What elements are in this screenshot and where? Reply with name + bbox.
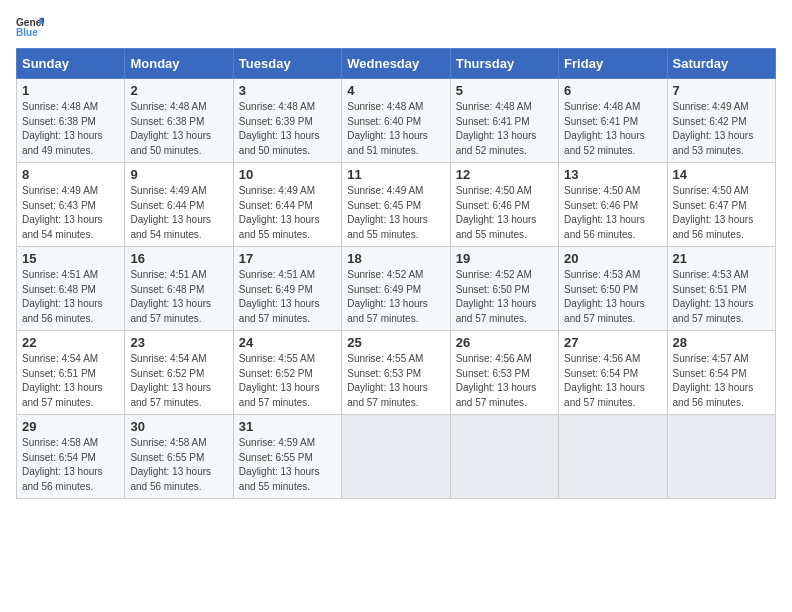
day-info: Sunrise: 4:51 AM Sunset: 6:48 PM Dayligh… [130, 268, 227, 326]
calendar-cell: 6Sunrise: 4:48 AM Sunset: 6:41 PM Daylig… [559, 79, 667, 163]
calendar-cell: 25Sunrise: 4:55 AM Sunset: 6:53 PM Dayli… [342, 331, 450, 415]
day-info: Sunrise: 4:52 AM Sunset: 6:49 PM Dayligh… [347, 268, 444, 326]
page-header: General Blue [16, 16, 776, 38]
day-info: Sunrise: 4:49 AM Sunset: 6:44 PM Dayligh… [130, 184, 227, 242]
day-number: 27 [564, 335, 661, 350]
day-number: 13 [564, 167, 661, 182]
day-number: 9 [130, 167, 227, 182]
day-number: 25 [347, 335, 444, 350]
day-number: 7 [673, 83, 770, 98]
day-info: Sunrise: 4:48 AM Sunset: 6:38 PM Dayligh… [22, 100, 119, 158]
day-info: Sunrise: 4:56 AM Sunset: 6:53 PM Dayligh… [456, 352, 553, 410]
day-info: Sunrise: 4:54 AM Sunset: 6:52 PM Dayligh… [130, 352, 227, 410]
calendar-cell: 13Sunrise: 4:50 AM Sunset: 6:46 PM Dayli… [559, 163, 667, 247]
calendar-cell: 26Sunrise: 4:56 AM Sunset: 6:53 PM Dayli… [450, 331, 558, 415]
day-number: 20 [564, 251, 661, 266]
day-number: 12 [456, 167, 553, 182]
calendar-cell: 21Sunrise: 4:53 AM Sunset: 6:51 PM Dayli… [667, 247, 775, 331]
col-header-thursday: Thursday [450, 49, 558, 79]
calendar-cell [559, 415, 667, 499]
day-info: Sunrise: 4:48 AM Sunset: 6:41 PM Dayligh… [564, 100, 661, 158]
logo-icon: General Blue [16, 16, 44, 38]
day-info: Sunrise: 4:48 AM Sunset: 6:40 PM Dayligh… [347, 100, 444, 158]
day-info: Sunrise: 4:48 AM Sunset: 6:41 PM Dayligh… [456, 100, 553, 158]
day-number: 22 [22, 335, 119, 350]
calendar-cell [342, 415, 450, 499]
day-number: 29 [22, 419, 119, 434]
calendar-cell: 23Sunrise: 4:54 AM Sunset: 6:52 PM Dayli… [125, 331, 233, 415]
day-number: 5 [456, 83, 553, 98]
calendar-cell: 17Sunrise: 4:51 AM Sunset: 6:49 PM Dayli… [233, 247, 341, 331]
calendar-cell: 20Sunrise: 4:53 AM Sunset: 6:50 PM Dayli… [559, 247, 667, 331]
calendar-cell: 9Sunrise: 4:49 AM Sunset: 6:44 PM Daylig… [125, 163, 233, 247]
calendar-cell: 8Sunrise: 4:49 AM Sunset: 6:43 PM Daylig… [17, 163, 125, 247]
day-info: Sunrise: 4:50 AM Sunset: 6:46 PM Dayligh… [564, 184, 661, 242]
day-number: 28 [673, 335, 770, 350]
day-info: Sunrise: 4:57 AM Sunset: 6:54 PM Dayligh… [673, 352, 770, 410]
calendar-cell: 29Sunrise: 4:58 AM Sunset: 6:54 PM Dayli… [17, 415, 125, 499]
day-number: 18 [347, 251, 444, 266]
day-number: 14 [673, 167, 770, 182]
day-number: 10 [239, 167, 336, 182]
calendar-cell: 14Sunrise: 4:50 AM Sunset: 6:47 PM Dayli… [667, 163, 775, 247]
col-header-tuesday: Tuesday [233, 49, 341, 79]
day-info: Sunrise: 4:49 AM Sunset: 6:42 PM Dayligh… [673, 100, 770, 158]
day-number: 6 [564, 83, 661, 98]
day-number: 16 [130, 251, 227, 266]
day-info: Sunrise: 4:48 AM Sunset: 6:38 PM Dayligh… [130, 100, 227, 158]
col-header-wednesday: Wednesday [342, 49, 450, 79]
week-row-5: 29Sunrise: 4:58 AM Sunset: 6:54 PM Dayli… [17, 415, 776, 499]
calendar-table: SundayMondayTuesdayWednesdayThursdayFrid… [16, 48, 776, 499]
day-info: Sunrise: 4:55 AM Sunset: 6:52 PM Dayligh… [239, 352, 336, 410]
calendar-cell: 1Sunrise: 4:48 AM Sunset: 6:38 PM Daylig… [17, 79, 125, 163]
day-number: 23 [130, 335, 227, 350]
week-row-1: 1Sunrise: 4:48 AM Sunset: 6:38 PM Daylig… [17, 79, 776, 163]
day-number: 1 [22, 83, 119, 98]
day-info: Sunrise: 4:50 AM Sunset: 6:46 PM Dayligh… [456, 184, 553, 242]
calendar-cell [450, 415, 558, 499]
day-info: Sunrise: 4:54 AM Sunset: 6:51 PM Dayligh… [22, 352, 119, 410]
day-info: Sunrise: 4:49 AM Sunset: 6:43 PM Dayligh… [22, 184, 119, 242]
calendar-cell: 31Sunrise: 4:59 AM Sunset: 6:55 PM Dayli… [233, 415, 341, 499]
day-info: Sunrise: 4:53 AM Sunset: 6:50 PM Dayligh… [564, 268, 661, 326]
day-info: Sunrise: 4:51 AM Sunset: 6:48 PM Dayligh… [22, 268, 119, 326]
day-info: Sunrise: 4:56 AM Sunset: 6:54 PM Dayligh… [564, 352, 661, 410]
calendar-cell: 3Sunrise: 4:48 AM Sunset: 6:39 PM Daylig… [233, 79, 341, 163]
day-info: Sunrise: 4:48 AM Sunset: 6:39 PM Dayligh… [239, 100, 336, 158]
day-info: Sunrise: 4:50 AM Sunset: 6:47 PM Dayligh… [673, 184, 770, 242]
col-header-friday: Friday [559, 49, 667, 79]
col-header-monday: Monday [125, 49, 233, 79]
calendar-cell: 18Sunrise: 4:52 AM Sunset: 6:49 PM Dayli… [342, 247, 450, 331]
day-info: Sunrise: 4:49 AM Sunset: 6:44 PM Dayligh… [239, 184, 336, 242]
calendar-cell: 27Sunrise: 4:56 AM Sunset: 6:54 PM Dayli… [559, 331, 667, 415]
day-number: 11 [347, 167, 444, 182]
day-number: 26 [456, 335, 553, 350]
calendar-cell: 16Sunrise: 4:51 AM Sunset: 6:48 PM Dayli… [125, 247, 233, 331]
calendar-cell: 15Sunrise: 4:51 AM Sunset: 6:48 PM Dayli… [17, 247, 125, 331]
calendar-cell: 30Sunrise: 4:58 AM Sunset: 6:55 PM Dayli… [125, 415, 233, 499]
day-number: 3 [239, 83, 336, 98]
calendar-cell: 12Sunrise: 4:50 AM Sunset: 6:46 PM Dayli… [450, 163, 558, 247]
day-number: 30 [130, 419, 227, 434]
day-number: 19 [456, 251, 553, 266]
calendar-cell: 24Sunrise: 4:55 AM Sunset: 6:52 PM Dayli… [233, 331, 341, 415]
calendar-cell: 4Sunrise: 4:48 AM Sunset: 6:40 PM Daylig… [342, 79, 450, 163]
day-number: 17 [239, 251, 336, 266]
calendar-cell: 10Sunrise: 4:49 AM Sunset: 6:44 PM Dayli… [233, 163, 341, 247]
col-header-saturday: Saturday [667, 49, 775, 79]
header-row: SundayMondayTuesdayWednesdayThursdayFrid… [17, 49, 776, 79]
day-info: Sunrise: 4:55 AM Sunset: 6:53 PM Dayligh… [347, 352, 444, 410]
calendar-cell: 2Sunrise: 4:48 AM Sunset: 6:38 PM Daylig… [125, 79, 233, 163]
week-row-2: 8Sunrise: 4:49 AM Sunset: 6:43 PM Daylig… [17, 163, 776, 247]
calendar-body: 1Sunrise: 4:48 AM Sunset: 6:38 PM Daylig… [17, 79, 776, 499]
calendar-cell: 5Sunrise: 4:48 AM Sunset: 6:41 PM Daylig… [450, 79, 558, 163]
day-info: Sunrise: 4:59 AM Sunset: 6:55 PM Dayligh… [239, 436, 336, 494]
day-number: 15 [22, 251, 119, 266]
day-info: Sunrise: 4:58 AM Sunset: 6:55 PM Dayligh… [130, 436, 227, 494]
calendar-cell: 19Sunrise: 4:52 AM Sunset: 6:50 PM Dayli… [450, 247, 558, 331]
day-info: Sunrise: 4:49 AM Sunset: 6:45 PM Dayligh… [347, 184, 444, 242]
day-number: 8 [22, 167, 119, 182]
calendar-cell: 7Sunrise: 4:49 AM Sunset: 6:42 PM Daylig… [667, 79, 775, 163]
week-row-3: 15Sunrise: 4:51 AM Sunset: 6:48 PM Dayli… [17, 247, 776, 331]
calendar-cell: 28Sunrise: 4:57 AM Sunset: 6:54 PM Dayli… [667, 331, 775, 415]
